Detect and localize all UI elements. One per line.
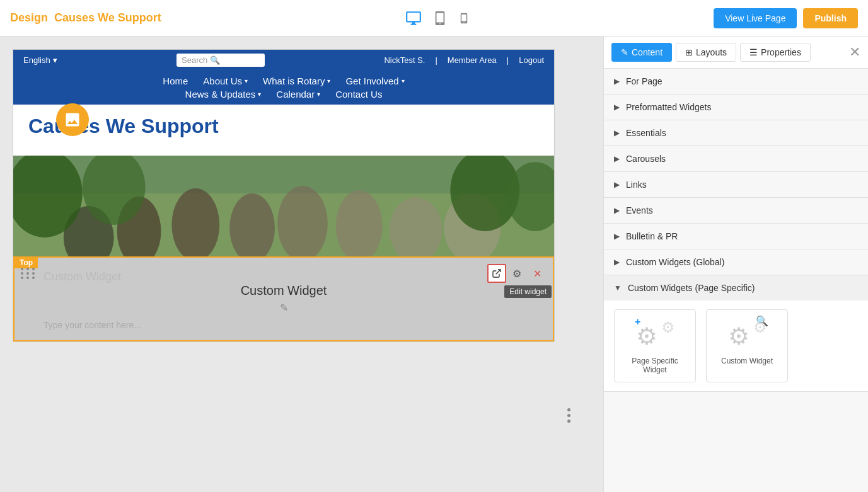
view-live-button[interactable]: View Live Page [714,8,797,28]
drag-dot [21,268,23,270]
site-nav-top: English ▾ Search 🔍 NickTest S. | Member … [13,50,554,71]
accordion-header-links[interactable]: ▶ Links [604,172,868,197]
accordion-header-events[interactable]: ▶ Events [604,198,868,223]
accordion-essentials: ▶ Essentials [604,120,868,146]
tab-content[interactable]: ✎ Content [611,43,672,62]
chevron-down-icon: ▼ [614,283,622,292]
layouts-tab-label: Layouts [696,47,727,57]
canvas-area: English ▾ Search 🔍 NickTest S. | Member … [0,37,603,492]
canvas-context-menu[interactable] [567,408,570,423]
custom-widget-card[interactable]: ⚙ ⚙ 🔍 Custom Widget [706,309,788,382]
member-area-link[interactable]: Member Area [448,55,497,65]
panel-close-button[interactable]: ✕ [849,44,860,60]
panel-tabs: ✎ Content ⊞ Layouts ☰ Properties ✕ [604,37,868,69]
separator2: | [507,55,509,65]
widget-settings-button[interactable]: ⚙ [507,264,526,283]
chevron-right-icon: ▶ [614,180,620,189]
edit-widget-button[interactable] [487,264,506,283]
accordion-label-preformatted: Preformatted Widgets [626,102,711,112]
device-icons [405,10,470,26]
site-nav-menu: Home About Us ▾ What is Rotary ▾ Get Inv… [13,71,554,105]
search-icon: 🔍 [756,315,768,327]
nav-row-bottom: News & Updates ▾ Calendar ▾ Contact Us [185,89,383,100]
drag-dot [32,277,35,279]
accordion-preformatted: ▶ Preformatted Widgets [604,94,868,120]
main-layout: English ▾ Search 🔍 NickTest S. | Member … [0,37,868,492]
desktop-icon[interactable] [405,10,422,26]
page-specific-widget-card[interactable]: ⚙ ⚙ + Page Specific Widget [614,309,696,382]
nav-get-involved[interactable]: Get Involved ▾ [345,76,404,86]
search-label: Search [182,55,207,65]
properties-tab-label: Properties [761,47,801,57]
accordion-header-bulletin[interactable]: ▶ Bulletin & PR [604,224,868,249]
page-title-header: Design Causes We Support [10,11,161,25]
accordion-header-for-page[interactable]: ▶ For Page [604,69,868,94]
gear-big-icon: ⚙ [728,323,749,350]
drag-dot [21,272,23,275]
accordion-label-bulletin: Bulletin & PR [626,231,678,241]
language-selector[interactable]: English ▾ [23,55,57,65]
causes-page-title: Causes We Support [28,115,539,138]
accordion-for-page: ▶ For Page [604,69,868,94]
accordion-header-custom-page-specific[interactable]: ▼ Custom Widgets (Page Specific) [604,275,868,300]
chevron-right-icon: ▶ [614,154,620,163]
accordion-header-preformatted[interactable]: ▶ Preformatted Widgets [604,94,868,120]
right-panel: ✎ Content ⊞ Layouts ☰ Properties ✕ ▶ For… [603,37,868,492]
tablet-icon[interactable] [433,11,447,25]
mobile-icon[interactable] [458,11,470,25]
widget-ghost-label: Custom Widget [43,270,543,283]
drag-handle[interactable] [21,268,36,279]
page-specific-card-icon-container: ⚙ ⚙ + [635,318,675,353]
accordion-header-custom-global[interactable]: ▶ Custom Widgets (Global) [604,249,868,275]
search-box[interactable]: Search 🔍 [176,54,265,67]
logo-icon [64,111,81,129]
user-links: NickTest S. | Member Area | Logout [384,55,544,65]
chevron-right-icon: ▶ [614,77,620,86]
widget-cards: ⚙ ⚙ + Page Specific Widget ⚙ ⚙ 🔍 [614,309,858,382]
username-link[interactable]: NickTest S. [384,55,425,65]
accordion-label-events: Events [626,205,653,215]
nav-row-top: Home About Us ▾ What is Rotary ▾ Get Inv… [163,76,404,86]
accordion-carousels: ▶ Carousels [604,146,868,172]
nav-news[interactable]: News & Updates ▾ [185,89,262,100]
accordion-label-links: Links [626,180,647,190]
custom-card-icon-container: ⚙ ⚙ 🔍 [727,318,767,353]
content-tab-icon: ✎ [621,47,628,57]
drag-dot [26,268,29,270]
accordion-custom-page-specific: ▼ Custom Widgets (Page Specific) ⚙ ⚙ + P… [604,275,868,392]
accordion-header-essentials[interactable]: ▶ Essentials [604,120,868,146]
tab-layouts[interactable]: ⊞ Layouts [676,43,736,62]
widget-close-button[interactable]: ✕ [528,264,547,283]
chevron-right-icon: ▶ [614,129,620,137]
plus-icon: + [635,316,640,328]
site-preview: English ▾ Search 🔍 NickTest S. | Member … [13,49,555,342]
nav-about[interactable]: About Us ▾ [203,76,248,86]
logout-link[interactable]: Logout [519,55,544,65]
nav-home[interactable]: Home [163,76,188,86]
context-dot [567,408,570,411]
accordion-header-carousels[interactable]: ▶ Carousels [604,146,868,171]
drag-dot [26,277,29,279]
page-content: Causes We Support [13,105,554,156]
drag-dot [21,277,23,279]
accordion-links: ▶ Links [604,172,868,198]
context-dot [567,420,570,423]
gear-small-icon: ⚙ [661,319,675,336]
chevron-right-icon: ▶ [614,232,620,241]
accordion-list: ▶ For Page ▶ Preformatted Widgets ▶ Esse… [604,69,868,492]
custom-widget-label: Custom Widget [721,357,773,365]
hero-image-svg [13,156,554,256]
accordion-events: ▶ Events [604,198,868,224]
accordion-bulletin: ▶ Bulletin & PR [604,224,868,249]
drag-dot [26,272,29,275]
nav-what-is-rotary[interactable]: What is Rotary ▾ [263,76,330,86]
publish-button[interactable]: Publish [803,8,858,28]
nav-calendar[interactable]: Calendar ▾ [276,89,320,100]
accordion-label-custom-global: Custom Widgets (Global) [626,257,724,267]
widget-center-content: Custom Widget ✎ [25,283,543,314]
separator1: | [435,55,437,65]
nav-contact[interactable]: Contact Us [335,89,382,100]
tab-properties[interactable]: ☰ Properties [740,43,811,62]
widget-placeholder-text: Type your content here... [43,320,543,330]
hero-image [13,156,554,256]
